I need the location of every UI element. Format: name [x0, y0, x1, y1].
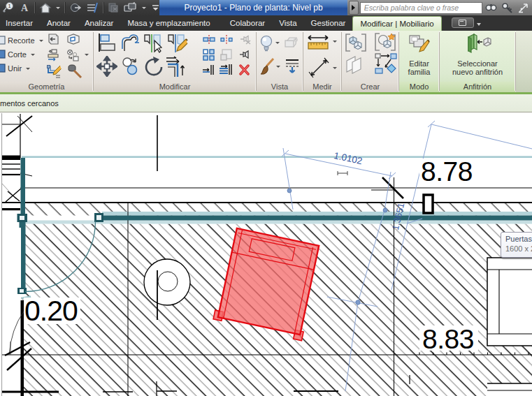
door-jamb-right-inset [96, 215, 101, 220]
align-button[interactable] [96, 32, 117, 56]
unir-button[interactable]: Unir [0, 62, 30, 75]
temp-dim-line-right[interactable] [431, 124, 532, 149]
demolish-phases-icon [66, 49, 81, 63]
scale-button[interactable] [220, 49, 233, 64]
temp-dim-value-editable[interactable]: 1.0102 [333, 150, 364, 166]
witness-line-grip[interactable] [356, 300, 360, 305]
recorte-button[interactable]: Recorte [0, 34, 43, 47]
rotate-button[interactable] [143, 56, 165, 81]
join-geometry-button[interactable] [66, 33, 81, 48]
infocenter-toggle-button[interactable] [349, 1, 359, 15]
dim-text-883[interactable]: 8.83 [422, 324, 474, 354]
panel-label-crear[interactable]: Crear [342, 82, 398, 92]
drawing-area[interactable]: 1.0102 1.3651 8.78 8.83 0.20 Puertas 160… [0, 112, 532, 396]
column-symbol-outer-circle[interactable] [144, 259, 190, 305]
create-similar-button[interactable] [374, 32, 396, 54]
door-panel[interactable] [21, 228, 26, 288]
cut-geometry-button[interactable] [46, 33, 60, 48]
search-input[interactable]: Escriba palabra clave o frase [360, 2, 483, 14]
panel-label-medir[interactable]: Medir [303, 82, 341, 92]
paste-disabled-icon[interactable] [106, 0, 121, 15]
switch-windows-caret-icon[interactable] [142, 7, 146, 9]
default-3d-view-icon[interactable] [37, 0, 54, 15]
hide-in-view-button[interactable] [259, 35, 273, 56]
ribbon-minimize-caret-icon[interactable] [477, 23, 481, 26]
communication-center-icon[interactable] [515, 0, 532, 15]
linework-button[interactable] [46, 64, 63, 82]
edit-family-icon-wrap[interactable] [408, 33, 431, 57]
demolish-hammer-button[interactable] [66, 64, 83, 82]
create-parts-button[interactable] [374, 52, 398, 78]
render-icon[interactable] [67, 0, 84, 15]
dim-text-020[interactable]: 0.20 [24, 295, 78, 327]
panel-label-geometria[interactable]: Geometría [0, 82, 93, 92]
pick-new-host-button[interactable]: Seleccionar nuevo anfitrión [440, 56, 515, 80]
split-element-icon [203, 35, 215, 45]
tab-vista[interactable]: Vista [272, 16, 303, 31]
thin-lines-icon[interactable] [84, 0, 101, 15]
tab-anotar[interactable]: Anotar [40, 16, 78, 31]
wall-opening-element[interactable] [424, 195, 433, 213]
tab-colaborar[interactable]: Colaborar [223, 16, 273, 31]
panel-label-vista[interactable]: Vista [257, 82, 303, 92]
panel-label-anfitrion[interactable]: Anfitrión [440, 82, 515, 92]
wall-joins-button[interactable] [46, 49, 62, 66]
dim-text-878[interactable]: 8.78 [421, 156, 473, 186]
3d-view-caret-icon[interactable] [56, 7, 60, 9]
witness-line-grip[interactable] [287, 189, 292, 193]
ribbon-minimize-button[interactable] [452, 17, 474, 28]
unhide-disabled-button[interactable] [284, 36, 299, 53]
tab-modificar-mobiliario[interactable]: Modificar | Mobiliario [352, 16, 441, 31]
create-group-button[interactable] [345, 33, 367, 55]
demolish-phases-button[interactable] [66, 49, 81, 66]
trim-extend-multiple-button[interactable] [219, 64, 233, 78]
offset-button[interactable] [120, 32, 141, 56]
tab-insertar[interactable]: Insertar [0, 16, 40, 31]
mirror-pick-axis-button[interactable] [143, 32, 165, 57]
search-icon[interactable] [482, 0, 499, 15]
desk-furniture[interactable] [487, 258, 532, 346]
measure-button[interactable] [307, 34, 329, 54]
override-graphics-button[interactable] [259, 57, 276, 78]
trim-extend-corner-button[interactable] [165, 56, 189, 81]
dim-segment-icon[interactable] [338, 171, 347, 175]
create-assembly-button[interactable] [344, 54, 366, 78]
recorte-label: Recorte [8, 36, 35, 45]
pick-host-icon-wrap[interactable] [466, 33, 494, 57]
tab-gestionar[interactable]: Gestionar [304, 16, 353, 31]
trim-extend-single-button[interactable] [202, 64, 215, 78]
edit-family-icon [408, 33, 431, 54]
selected-wall[interactable] [102, 216, 532, 221]
linework-icon [46, 64, 63, 80]
corte-button[interactable]: Corte [0, 48, 35, 61]
array-button[interactable] [203, 49, 215, 64]
svg-text:A: A [21, 3, 29, 13]
tab-masa-y-emplazamiento[interactable]: Masa y emplazamiento [120, 16, 217, 31]
copy-button[interactable] [120, 56, 141, 80]
panel-label-modo[interactable]: Modo [399, 82, 439, 92]
panel-label-modificar[interactable]: Modificar [94, 82, 256, 92]
aligned-dimension-button[interactable] [308, 57, 329, 81]
text-icon[interactable]: A [17, 0, 32, 15]
move-icon [96, 56, 117, 77]
delete-button[interactable] [238, 64, 250, 78]
panel-anfitrion: Seleccionar nuevo anfitrión Anfitrión [440, 31, 515, 92]
witness-line-grip[interactable] [383, 208, 387, 212]
panel-modo: Editar familia Modo [399, 31, 439, 92]
split-with-gap-button[interactable] [220, 35, 233, 47]
linework-lines-button[interactable] [285, 57, 300, 77]
tab-analizar[interactable]: Analizar [78, 16, 121, 31]
edit-family-button[interactable]: Editar familia [399, 56, 439, 80]
trim-extend-single-icon [202, 64, 215, 75]
mirror-draw-axis-button[interactable] [166, 32, 189, 57]
unpin-button[interactable] [239, 34, 252, 47]
section-tag-icon[interactable]: 1 [0, 0, 17, 15]
switch-windows-icon[interactable] [121, 0, 139, 15]
teal-wall-vertical[interactable] [21, 158, 26, 218]
pin-button[interactable] [239, 49, 250, 63]
delete-icon [238, 64, 250, 75]
rotate-icon [143, 56, 165, 78]
subscription-key-icon[interactable] [499, 0, 516, 15]
move-button[interactable] [96, 56, 117, 80]
split-element-button[interactable] [203, 35, 215, 47]
